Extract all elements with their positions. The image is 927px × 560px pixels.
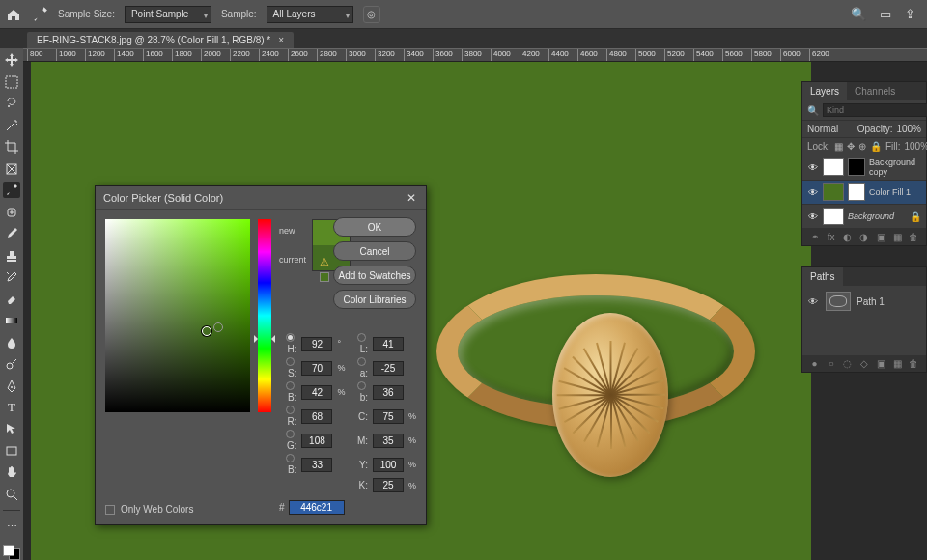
gamut-warning-icon[interactable]: ⚠	[320, 256, 329, 268]
hue-marker[interactable]	[254, 335, 275, 343]
bb-radio[interactable]	[286, 454, 295, 462]
path-name[interactable]: Path 1	[857, 296, 885, 307]
layer-name[interactable]: Background	[848, 211, 906, 221]
l-input[interactable]	[373, 337, 404, 351]
trash-icon[interactable]: 🗑	[907, 232, 921, 242]
new-path-icon[interactable]: ▦	[890, 358, 905, 369]
selection-path-icon[interactable]: ◌	[840, 358, 855, 369]
tab-paths[interactable]: Paths	[802, 267, 843, 286]
close-icon[interactable]: ✕	[405, 191, 418, 205]
only-web-colors-checkbox[interactable]	[105, 505, 115, 515]
home-icon[interactable]	[6, 7, 21, 22]
path-select-icon[interactable]	[3, 421, 20, 436]
workspace-icon[interactable]: ▭	[880, 7, 891, 21]
fill-path-icon[interactable]: ●	[807, 358, 822, 369]
visibility-icon[interactable]: 👁	[808, 296, 820, 307]
r-radio[interactable]	[286, 406, 295, 414]
path-to-shape-icon[interactable]: ◇	[857, 358, 871, 369]
type-tool-icon[interactable]: T	[3, 400, 20, 415]
visibility-icon[interactable]: 👁	[807, 162, 819, 173]
mask-icon[interactable]: ◐	[840, 232, 855, 242]
lock-pixels-icon[interactable]: ▦	[834, 141, 843, 152]
edit-toolbar-icon[interactable]: ⋯	[3, 518, 20, 534]
link-layers-icon[interactable]: ⚭	[807, 232, 822, 242]
tab-layers[interactable]: Layers	[802, 82, 847, 100]
opacity-value[interactable]: 100%	[896, 124, 921, 134]
h-input[interactable]	[301, 337, 332, 351]
healing-tool-icon[interactable]	[3, 204, 20, 219]
lab-b-radio[interactable]	[357, 381, 366, 390]
c-input[interactable]	[373, 409, 404, 424]
k-input[interactable]	[373, 478, 404, 492]
fx-icon[interactable]: fx	[824, 232, 838, 242]
brush-tool-icon[interactable]	[3, 226, 20, 241]
blur-tool-icon[interactable]	[3, 334, 20, 350]
gradient-tool-icon[interactable]	[3, 313, 20, 328]
layer-row[interactable]: 👁 Background 🔒	[802, 205, 926, 229]
filter-input[interactable]	[823, 103, 927, 117]
close-tab-icon[interactable]: ×	[278, 35, 284, 45]
a-radio[interactable]	[357, 357, 366, 366]
eyedropper-tool-icon[interactable]	[3, 182, 20, 198]
l-radio[interactable]	[357, 333, 366, 342]
search-icon[interactable]: 🔍	[851, 7, 866, 21]
color-swatch[interactable]	[3, 545, 20, 560]
color-libraries-button[interactable]: Color Libraries	[333, 290, 416, 309]
y-input[interactable]	[373, 458, 404, 472]
bb-input[interactable]	[301, 458, 332, 472]
s-radio[interactable]	[286, 357, 295, 366]
hex-input[interactable]	[289, 500, 345, 515]
rectangle-tool-icon[interactable]	[3, 443, 20, 459]
ok-button[interactable]: OK	[333, 217, 416, 237]
stroke-path-icon[interactable]: ○	[824, 358, 838, 369]
frame-tool-icon[interactable]	[3, 160, 20, 176]
visibility-icon[interactable]: 👁	[807, 187, 819, 198]
hand-tool-icon[interactable]	[3, 464, 20, 480]
zoom-tool-icon[interactable]	[3, 487, 20, 502]
m-input[interactable]	[373, 434, 404, 448]
b-radio[interactable]	[286, 381, 295, 390]
eraser-tool-icon[interactable]	[3, 291, 20, 306]
s-input[interactable]	[301, 361, 332, 376]
add-swatches-button[interactable]: Add to Swatches	[333, 266, 416, 285]
sample-size-select[interactable]: Point Sample	[125, 6, 211, 23]
lock-artboard-icon[interactable]: ⊕	[858, 141, 866, 152]
layer-name[interactable]: Background copy	[869, 157, 921, 177]
search-icon[interactable]: 🔍	[807, 105, 819, 116]
show-sampling-ring-icon[interactable]: ◎	[363, 6, 380, 23]
cancel-button[interactable]: Cancel	[333, 241, 416, 261]
lock-position-icon[interactable]: ✥	[847, 141, 855, 152]
g-radio[interactable]	[286, 430, 295, 438]
layer-name[interactable]: Color Fill 1	[869, 187, 921, 197]
new-layer-icon[interactable]: ▦	[890, 232, 905, 242]
blend-mode-select[interactable]: Normal	[807, 124, 854, 134]
pen-tool-icon[interactable]	[3, 378, 20, 393]
eyedropper-icon[interactable]	[31, 6, 48, 23]
sample-select[interactable]: All Layers	[267, 6, 353, 23]
lock-all-icon[interactable]: 🔒	[870, 141, 882, 152]
lab-b-input[interactable]	[373, 385, 404, 400]
websafe-swatch[interactable]	[320, 272, 329, 282]
layer-row[interactable]: 👁 Background copy	[802, 154, 926, 181]
adjustment-icon[interactable]: ◑	[857, 232, 871, 242]
marquee-tool-icon[interactable]	[3, 73, 20, 89]
sv-field[interactable]	[105, 219, 250, 412]
r-input[interactable]	[301, 409, 332, 424]
h-radio[interactable]	[286, 333, 295, 342]
dodge-tool-icon[interactable]	[3, 356, 20, 372]
share-icon[interactable]: ⇪	[905, 7, 915, 21]
tab-channels[interactable]: Channels	[847, 82, 903, 100]
move-tool-icon[interactable]	[3, 52, 20, 68]
hue-slider[interactable]	[258, 219, 271, 412]
visibility-icon[interactable]: 👁	[807, 211, 819, 222]
sv-cursor[interactable]	[202, 326, 211, 336]
lasso-tool-icon[interactable]	[3, 96, 20, 111]
dialog-titlebar[interactable]: Color Picker (Solid Color) ✕	[96, 186, 426, 210]
a-input[interactable]	[373, 361, 404, 376]
path-row[interactable]: 👁 Path 1	[802, 286, 926, 317]
document-tab[interactable]: EF-RING-STACK8.jpg @ 28.7% (Color Fill 1…	[27, 32, 294, 48]
history-brush-icon[interactable]	[3, 269, 20, 285]
group-icon[interactable]: ▣	[874, 232, 888, 242]
trash-path-icon[interactable]: 🗑	[907, 358, 921, 369]
wand-tool-icon[interactable]	[3, 117, 20, 132]
